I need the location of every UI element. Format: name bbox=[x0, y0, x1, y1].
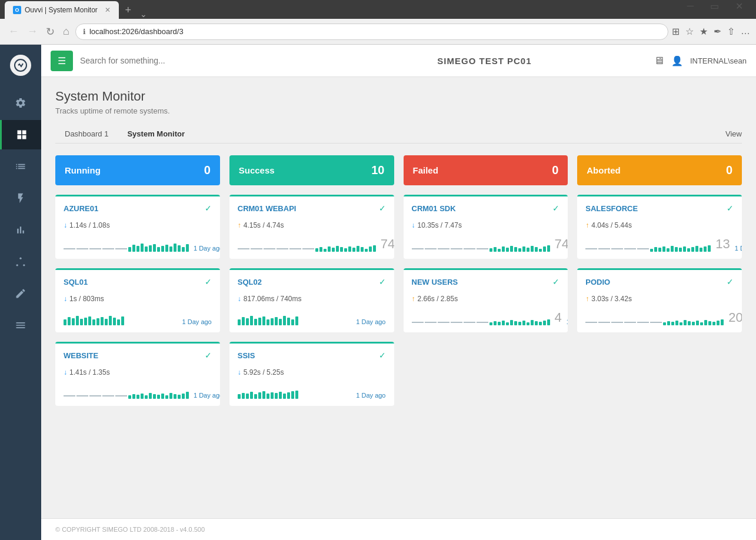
chart-bar bbox=[531, 246, 534, 252]
browser-tab[interactable]: O Ouvvi | System Monitor ✕ bbox=[5, 1, 119, 19]
chart-bar bbox=[283, 394, 286, 399]
tab-dashboard1[interactable]: Dashboard 1 bbox=[55, 125, 118, 143]
chart-bar bbox=[704, 320, 707, 325]
monitor-card[interactable]: SALESFORCE ✓ ↑ 4.04s / 5.44s 13 1 Day ag… bbox=[577, 195, 742, 259]
chart-bar bbox=[489, 322, 492, 325]
timing-value: 817.06ms / 740ms bbox=[244, 295, 302, 303]
monitor-name[interactable]: NEW USERS bbox=[412, 278, 458, 286]
chart-bar bbox=[662, 246, 665, 252]
sidebar-item-list[interactable] bbox=[0, 152, 41, 181]
sidebar-item-menu[interactable] bbox=[0, 311, 41, 340]
chart-bar bbox=[84, 318, 87, 325]
monitor-chart bbox=[412, 306, 550, 325]
chart-dash bbox=[412, 248, 424, 249]
chart-bar bbox=[153, 394, 156, 399]
tabs-bar: Dashboard 1 System Monitor View bbox=[55, 125, 742, 144]
monitor-card[interactable]: NEW USERS ✓ ↑ 2.66s / 2.85s 4 1 Day ago bbox=[404, 268, 568, 332]
new-tab-button[interactable]: + bbox=[119, 1, 138, 19]
sidebar-item-network[interactable] bbox=[0, 247, 41, 276]
monitor-ago: 1 Day ago bbox=[194, 245, 220, 252]
chart-bar bbox=[145, 246, 148, 252]
chart-bar bbox=[262, 316, 265, 325]
minimize-button[interactable]: ─ bbox=[679, 0, 702, 19]
sidebar-item-chart[interactable] bbox=[0, 215, 41, 245]
chart-bar bbox=[510, 246, 513, 252]
monitor-card-header: AZURE01 ✓ bbox=[55, 195, 220, 218]
monitor-ago: 1 Day ago bbox=[356, 392, 385, 399]
monitor-card[interactable]: AZURE01 ✓ ↓ 1.14s / 1.08s 1 Day ago bbox=[55, 195, 220, 259]
chart-bar bbox=[336, 246, 339, 252]
monitor-card[interactable]: WEBSITE ✓ ↓ 1.41s / 1.35s 1 Day ago bbox=[55, 342, 220, 406]
maximize-button[interactable]: ▭ bbox=[702, 0, 727, 19]
reader-mode-icon[interactable]: ⊞ bbox=[672, 26, 680, 37]
monitor-name[interactable]: PODIO bbox=[585, 278, 610, 286]
status-card-failed[interactable]: Failed 0 bbox=[404, 155, 568, 185]
chart-bar bbox=[357, 246, 359, 252]
monitor-card[interactable]: SQL02 ✓ ↓ 817.06ms / 740ms 1 Day ago bbox=[229, 268, 394, 332]
tab-list-button[interactable]: ⌄ bbox=[138, 9, 149, 19]
monitor-name[interactable]: AZURE01 bbox=[64, 204, 98, 213]
menu-button[interactable]: ☰ bbox=[51, 51, 73, 71]
more-icon[interactable]: … bbox=[741, 26, 750, 37]
chart-bar bbox=[271, 318, 274, 325]
monitor-name[interactable]: CRM01 SDK bbox=[412, 204, 456, 213]
chart-dash bbox=[637, 322, 649, 323]
status-card-success[interactable]: Success 10 bbox=[229, 155, 394, 185]
reload-button[interactable]: ↻ bbox=[44, 25, 57, 38]
chart-bar bbox=[712, 322, 715, 325]
chart-bar bbox=[169, 246, 172, 252]
back-button[interactable]: ← bbox=[6, 25, 21, 38]
status-card-aborted[interactable]: Aborted 0 bbox=[577, 155, 742, 185]
address-bar[interactable]: ℹ localhost:2026/dashboard/3 bbox=[75, 24, 668, 40]
home-button[interactable]: ⌂ bbox=[61, 25, 72, 38]
search-input[interactable] bbox=[80, 52, 315, 69]
timing-arrow: ↓ bbox=[64, 368, 67, 376]
bookmark-icon[interactable]: ☆ bbox=[685, 26, 694, 37]
forward-button[interactable]: → bbox=[25, 25, 40, 38]
sidebar-item-settings[interactable] bbox=[0, 88, 41, 118]
monitor-ago: 1 Day ago bbox=[567, 318, 568, 325]
sidebar-item-edit[interactable] bbox=[0, 279, 41, 308]
chart-bar bbox=[165, 395, 168, 399]
tab-close-icon[interactable]: ✕ bbox=[105, 6, 111, 14]
monitor-name[interactable]: WEBSITE bbox=[64, 351, 98, 360]
monitor-card-header: CRM01 WEBAPI ✓ bbox=[229, 195, 394, 218]
monitor-name[interactable]: CRM01 WEBAPI bbox=[238, 204, 297, 213]
monitor-card[interactable]: CRM01 WEBAPI ✓ ↑ 4.15s / 4.74s 748 1 Day… bbox=[229, 195, 394, 259]
monitor-card[interactable]: PODIO ✓ ↑ 3.03s / 3.42s 20 1 Day ago bbox=[577, 268, 742, 332]
chart-bar bbox=[369, 246, 372, 252]
chart-bar bbox=[527, 248, 529, 252]
chart-bar bbox=[373, 245, 376, 252]
timing-arrow: ↑ bbox=[585, 295, 589, 303]
sidebar-item-dashboard[interactable] bbox=[0, 120, 41, 149]
sidebar bbox=[0, 45, 41, 540]
monitor-name[interactable]: SSIS bbox=[238, 351, 255, 360]
tab-title: Ouvvi | System Monitor bbox=[25, 6, 98, 14]
chart-bar bbox=[105, 319, 108, 325]
monitor-name[interactable]: SQL02 bbox=[238, 278, 262, 286]
chart-bar bbox=[186, 244, 189, 252]
monitor-card[interactable]: SQL01 ✓ ↓ 1s / 803ms 1 Day ago bbox=[55, 268, 220, 332]
favorites-icon[interactable]: ★ bbox=[700, 26, 708, 37]
chart-bar bbox=[510, 320, 513, 325]
chart-bar bbox=[494, 247, 497, 252]
chart-bar bbox=[675, 321, 678, 325]
chart-dash bbox=[477, 248, 488, 249]
pen-icon[interactable]: ✒ bbox=[714, 26, 721, 37]
tab-system-monitor[interactable]: System Monitor bbox=[118, 125, 194, 143]
status-card-running[interactable]: Running 0 bbox=[55, 155, 220, 185]
monitor-name[interactable]: SALESFORCE bbox=[585, 204, 638, 213]
view-button[interactable]: View bbox=[725, 129, 742, 138]
chart-bar bbox=[531, 320, 534, 325]
chart-bar bbox=[291, 391, 294, 399]
monitor-name[interactable]: SQL01 bbox=[64, 278, 88, 286]
chart-bar bbox=[178, 245, 181, 252]
chart-bar bbox=[80, 319, 83, 325]
monitor-card[interactable]: CRM01 SDK ✓ ↓ 10.35s / 7.47s 748 1 Day a… bbox=[404, 195, 568, 259]
sidebar-item-flash[interactable] bbox=[0, 184, 41, 213]
close-button[interactable]: ✕ bbox=[727, 0, 751, 19]
timing-arrow: ↑ bbox=[238, 221, 241, 229]
share-icon[interactable]: ⇧ bbox=[727, 26, 735, 37]
monitor-card[interactable]: SSIS ✓ ↓ 5.92s / 5.25s 1 Day ago bbox=[229, 342, 394, 406]
monitor-check-icon: ✓ bbox=[205, 351, 212, 360]
